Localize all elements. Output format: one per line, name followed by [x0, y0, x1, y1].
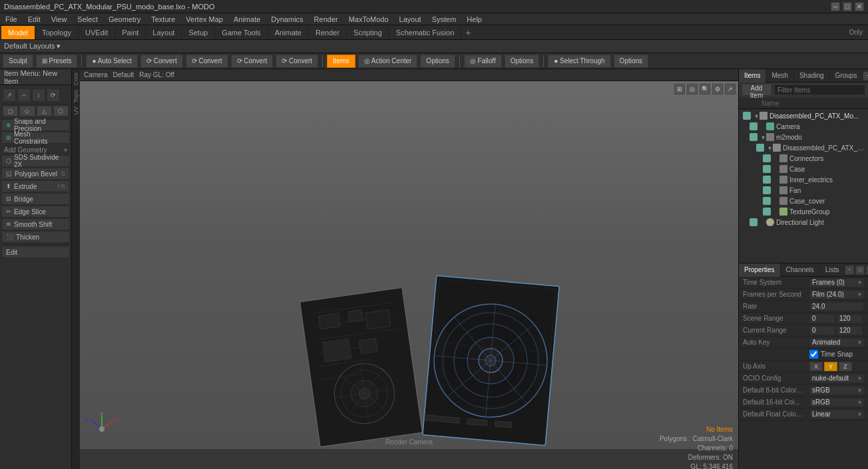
menu-select[interactable]: Select — [75, 15, 101, 23]
props-tab-channels[interactable]: Channels — [781, 263, 820, 277]
tree-item-root[interactable]: ▾ Disassembled_PC_ATX_Mo... — [740, 110, 867, 121]
sds-button[interactable]: ⬡ SDS Subdivide 2X — [1, 155, 70, 167]
tab-setup[interactable]: Setup — [182, 26, 215, 39]
strip-tab-core[interactable]: Core — [72, 71, 80, 88]
tree-item-camera[interactable]: Camera — [740, 121, 867, 132]
convert-button-1[interactable]: ⟳ Convert — [140, 55, 183, 68]
action-center-button[interactable]: ◎ Action Center — [358, 55, 418, 68]
close-button[interactable]: ✕ — [855, 2, 864, 11]
right-tab-mesh[interactable]: Mesh — [766, 69, 793, 82]
currentrange-start[interactable]: 0 — [809, 326, 835, 335]
tab-paint[interactable]: Paint — [115, 26, 146, 39]
axis-x-button[interactable]: X — [809, 362, 823, 371]
left-extra-1[interactable]: ◻ — [3, 106, 18, 116]
right-tab-items[interactable]: Items — [739, 69, 766, 82]
tree-item-casecover[interactable]: Case_cover — [740, 196, 867, 206]
convert-button-3[interactable]: ⟳ Convert — [231, 55, 274, 68]
menu-vertexmap[interactable]: Vertex Map — [183, 15, 226, 23]
items-button[interactable]: Items — [327, 55, 355, 68]
viewport-icon-5[interactable]: ↗ — [725, 84, 736, 94]
viewport-icon-4[interactable]: ⚙ — [712, 84, 723, 94]
sculpt-button[interactable]: Sculpt — [3, 55, 33, 68]
transform-icon-3[interactable]: ↕ — [32, 88, 45, 102]
extrude-button[interactable]: ⬆ Extrude ⇧R — [1, 180, 70, 192]
viewport[interactable]: Camera Default Ray GL: Off — [80, 69, 738, 469]
tab-topology[interactable]: Topology — [35, 26, 79, 39]
options-button-2[interactable]: Options — [505, 55, 539, 68]
mesh-constraints-button[interactable]: ⊞ Mesh Constraints — [1, 132, 70, 144]
right-tab-groups[interactable]: Groups — [830, 69, 863, 82]
tab-model[interactable]: Model — [1, 26, 35, 39]
tab-uvedit[interactable]: UVEdit — [79, 26, 115, 39]
scenerange-end[interactable]: 120 — [837, 314, 863, 323]
rate-value[interactable]: 24.0 — [809, 302, 864, 311]
menu-layout[interactable]: Layout — [397, 15, 424, 23]
props-icon-1[interactable]: − — [845, 265, 854, 275]
right-tab-shading[interactable]: Shading — [794, 69, 830, 82]
menu-maxtomodo[interactable]: MaxToModo — [346, 15, 391, 23]
strip-tab-uv[interactable]: UV — [72, 104, 80, 117]
float-dropdown[interactable]: Linear ▾ — [809, 410, 864, 419]
tab-scripting[interactable]: Scripting — [347, 26, 389, 39]
menu-dynamics[interactable]: Dynamics — [268, 15, 306, 23]
props-icon-2[interactable]: □ — [855, 265, 865, 275]
menu-animate[interactable]: Animate — [231, 15, 263, 23]
bridge-button[interactable]: ⊟ Bridge — [1, 193, 70, 205]
tab-render[interactable]: Render — [309, 26, 347, 39]
add-item-button[interactable]: Add Item — [742, 84, 771, 96]
timesnap-checkbox[interactable] — [809, 350, 818, 359]
tree-item-dirlight[interactable]: Directional Light — [740, 217, 867, 228]
tree-item-connectors[interactable]: Connectors — [740, 153, 867, 164]
autoselect-button[interactable]: ● Auto Select — [86, 55, 137, 68]
timesystem-dropdown[interactable]: Frames (0) ▾ — [809, 278, 864, 287]
options-button-3[interactable]: Options — [614, 55, 648, 68]
props-tab-properties[interactable]: Properties — [739, 263, 781, 277]
8bit-dropdown[interactable]: sRGB ▾ — [809, 386, 864, 395]
smooth-shift-button[interactable]: ≋ Smooth Shift — [1, 218, 70, 230]
tab-gametools[interactable]: Game Tools — [215, 26, 268, 39]
viewport-icon-1[interactable]: ⊞ — [674, 84, 685, 94]
snaps-button[interactable]: ⊕ Snaps and Precision — [1, 119, 70, 131]
right-tab-icon-1[interactable]: − — [863, 71, 868, 80]
strip-tab-topo[interactable]: Topo — [72, 88, 80, 105]
viewport-icon-2[interactable]: ◎ — [687, 84, 698, 94]
props-tab-lists[interactable]: Lists — [820, 263, 845, 277]
currentrange-end[interactable]: 120 — [837, 326, 863, 335]
layout-dropdown[interactable]: Default Layouts ▾ — [4, 42, 61, 51]
viewport-canvas[interactable]: ⊞ ◎ 🔍 ⚙ ↗ X Z Y Render Camera — [80, 81, 738, 469]
axis-y-button[interactable]: Y — [824, 362, 837, 371]
menu-view[interactable]: View — [49, 15, 70, 23]
select-through-button[interactable]: ● Select Through — [548, 55, 610, 68]
polygon-bevel-button[interactable]: ◱ Polygon Bevel B — [1, 168, 70, 180]
minimize-button[interactable]: ─ — [831, 2, 840, 11]
16bit-dropdown[interactable]: sRGB ▾ — [809, 398, 864, 407]
menu-help[interactable]: Help — [464, 15, 485, 23]
left-extra-2[interactable]: ◇ — [19, 106, 35, 116]
left-extra-3[interactable]: △ — [37, 106, 52, 116]
tree-item-inner[interactable]: Inner_electrics — [740, 174, 867, 185]
maximize-button[interactable]: □ — [843, 2, 852, 11]
menu-geometry[interactable]: Geometry — [106, 15, 143, 23]
menu-file[interactable]: File — [3, 15, 20, 23]
viewport-icon-3[interactable]: 🔍 — [700, 84, 710, 94]
fps-dropdown[interactable]: Film (24.0) ▾ — [809, 290, 864, 299]
left-extra-4[interactable]: ⬡ — [53, 106, 69, 116]
tree-item-case[interactable]: Case — [740, 164, 867, 174]
edit-button[interactable]: Edit — [1, 246, 70, 258]
tree-item-disassembled[interactable]: ▾ Disassembled_PC_ATX_Mod... — [740, 142, 867, 153]
tree-item-texturegroup[interactable]: TextureGroup — [740, 206, 867, 217]
tree-item-m2modo[interactable]: ▾ m2modo — [740, 132, 867, 142]
options-button-1[interactable]: Options — [420, 55, 455, 68]
menu-edit[interactable]: Edit — [25, 15, 43, 23]
convert-button-2[interactable]: ⟳ Convert — [186, 55, 228, 68]
axis-z-button[interactable]: Z — [839, 362, 852, 371]
ocio-dropdown[interactable]: nuke-default ▾ — [809, 374, 864, 383]
menu-render[interactable]: Render — [312, 15, 341, 23]
scenerange-start[interactable]: 0 — [809, 314, 835, 323]
menu-system[interactable]: System — [429, 15, 459, 23]
filter-items-input[interactable] — [774, 84, 865, 95]
transform-icon-2[interactable]: ↔ — [17, 88, 31, 102]
edge-slice-button[interactable]: ✂ Edge Slice — [1, 206, 70, 218]
tab-layout[interactable]: Layout — [146, 26, 182, 39]
tab-schematic[interactable]: Schematic Fusion — [389, 26, 461, 39]
